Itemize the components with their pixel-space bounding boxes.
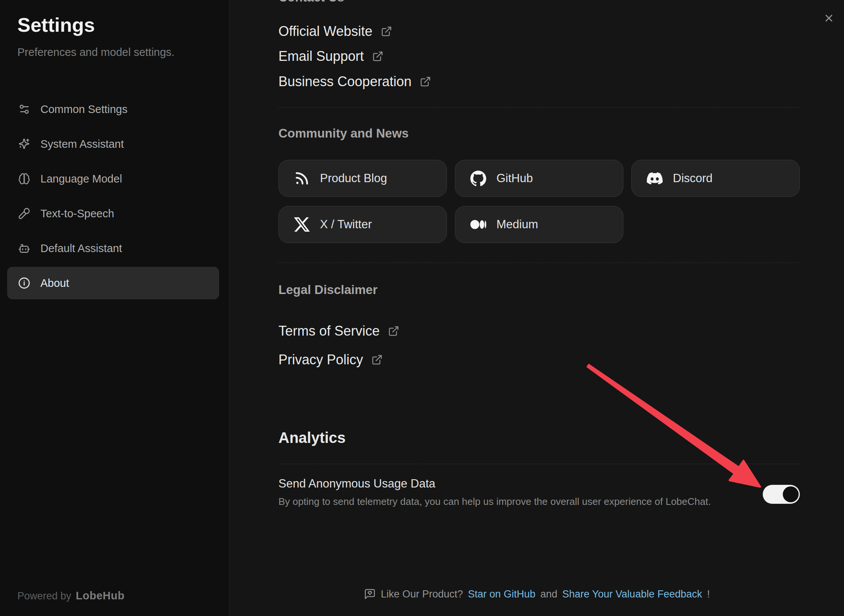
- powered-by: Powered by LobeHub: [17, 590, 125, 602]
- about-content: Contact Us Official Website Email Suppor…: [278, 0, 800, 616]
- external-link-icon: [381, 26, 392, 37]
- about-panel: Contact Us Official Website Email Suppor…: [230, 0, 844, 616]
- section-divider: [278, 107, 800, 108]
- brand-logo: LobeHub: [76, 590, 125, 602]
- analytics-section-heading: Analytics: [278, 429, 346, 446]
- sidebar-item-label: Common Settings: [40, 103, 128, 116]
- x-twitter-icon: [294, 217, 310, 232]
- external-link-icon: [388, 325, 399, 337]
- brain-icon: [18, 173, 30, 185]
- message-heart-icon: [364, 588, 376, 600]
- page-subtitle: Preferences and model settings.: [17, 46, 175, 59]
- mic-icon: [18, 207, 30, 220]
- sliders-icon: [18, 103, 30, 115]
- telemetry-toggle[interactable]: [763, 485, 800, 504]
- settings-menu: Common Settings System Assistant Languag…: [7, 93, 219, 302]
- sidebar-item-label: Text-to-Speech: [40, 207, 114, 220]
- external-link-icon: [371, 354, 383, 365]
- github-button[interactable]: GitHub: [455, 160, 623, 197]
- close-button[interactable]: [819, 8, 839, 28]
- discord-icon: [647, 170, 663, 186]
- info-icon: [18, 277, 30, 289]
- footer-text: !: [707, 588, 710, 600]
- external-link-icon: [372, 51, 383, 62]
- discord-button[interactable]: Discord: [631, 160, 800, 197]
- sidebar-item-system-assistant[interactable]: System Assistant: [7, 128, 219, 160]
- contact-section-heading: Contact Us: [278, 0, 344, 5]
- email-support-link[interactable]: Email Support: [278, 48, 383, 64]
- privacy-policy-link[interactable]: Privacy Policy: [278, 352, 383, 368]
- community-section-heading: Community and News: [278, 126, 409, 141]
- section-divider: [278, 464, 800, 464]
- sidebar-item-default-assistant[interactable]: Default Assistant: [7, 232, 219, 265]
- medium-button[interactable]: Medium: [455, 206, 623, 243]
- page-title: Settings: [17, 14, 95, 36]
- bot-icon: [18, 242, 30, 254]
- feedback-footer: Like Our Product? Star on GitHub and Sha…: [230, 588, 844, 600]
- sparkles-icon: [18, 138, 30, 150]
- sidebar-item-about[interactable]: About: [7, 267, 219, 299]
- settings-page: Settings Preferences and model settings.…: [0, 0, 844, 616]
- sidebar-item-label: Default Assistant: [40, 242, 122, 255]
- github-icon: [470, 170, 486, 186]
- footer-text: Like Our Product?: [381, 588, 463, 600]
- powered-by-text: Powered by: [17, 590, 71, 602]
- close-icon: [823, 12, 835, 24]
- telemetry-setting-label: Send Anonymous Usage Data: [278, 477, 435, 491]
- sidebar-item-language-model[interactable]: Language Model: [7, 163, 219, 195]
- terms-of-service-link[interactable]: Terms of Service: [278, 323, 399, 339]
- sidebar-item-common-settings[interactable]: Common Settings: [7, 93, 219, 125]
- share-feedback-link[interactable]: Share Your Valuable Feedback: [562, 588, 702, 600]
- sidebar: Settings Preferences and model settings.…: [0, 0, 229, 616]
- official-website-link[interactable]: Official Website: [278, 23, 392, 39]
- star-on-github-link[interactable]: Star on GitHub: [468, 588, 536, 600]
- sidebar-item-label: System Assistant: [40, 138, 124, 150]
- product-blog-button[interactable]: Product Blog: [278, 160, 447, 197]
- community-buttons: Product Blog GitHub Discord: [278, 160, 800, 243]
- rss-icon: [294, 170, 310, 186]
- legal-section-heading: Legal Disclaimer: [278, 283, 377, 297]
- section-divider: [278, 263, 800, 263]
- footer-text: and: [540, 588, 557, 600]
- medium-icon: [470, 217, 486, 232]
- business-cooperation-link[interactable]: Business Cooperation: [278, 74, 431, 90]
- telemetry-setting-description: By opting to send telemetry data, you ca…: [278, 496, 711, 508]
- toggle-knob: [783, 486, 799, 502]
- x-twitter-button[interactable]: X / Twitter: [278, 206, 447, 243]
- external-link-icon: [420, 76, 431, 87]
- sidebar-item-label: About: [40, 277, 69, 289]
- sidebar-item-label: Language Model: [40, 173, 122, 185]
- sidebar-item-text-to-speech[interactable]: Text-to-Speech: [7, 197, 219, 230]
